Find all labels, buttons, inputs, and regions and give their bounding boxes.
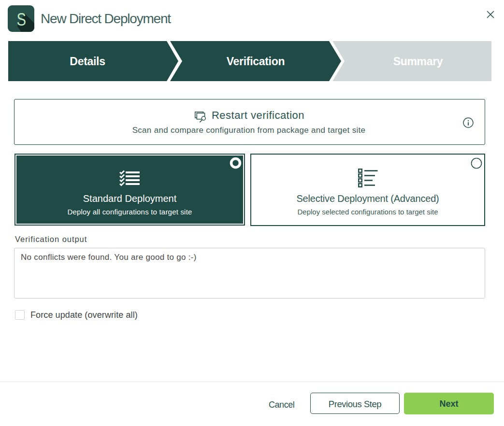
svg-text:S: S bbox=[17, 10, 27, 29]
